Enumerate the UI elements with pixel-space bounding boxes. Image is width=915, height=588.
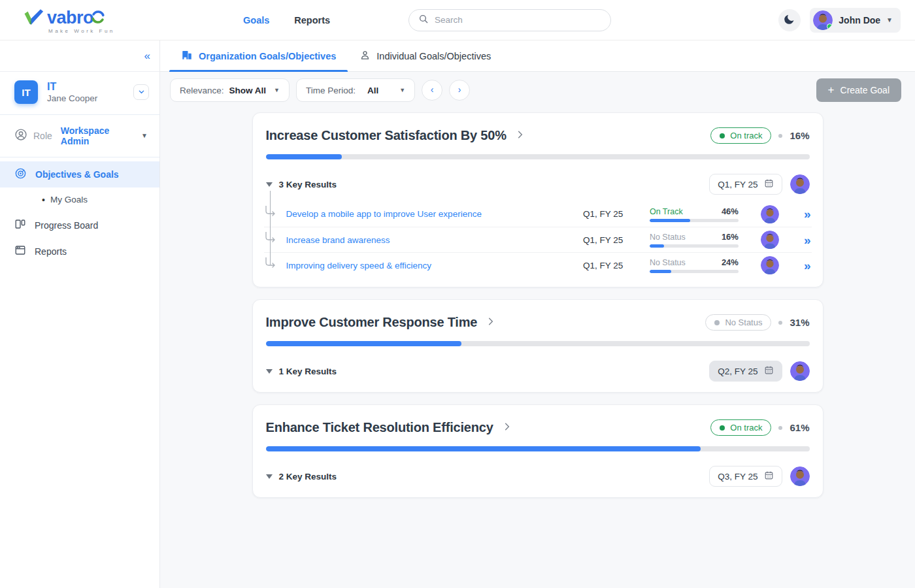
- key-result-progress-fill: [650, 270, 671, 273]
- caret-down-icon: [266, 474, 273, 479]
- role-label: Role: [33, 131, 52, 141]
- individual-icon: [359, 50, 371, 63]
- caret-down-icon: [266, 369, 273, 374]
- sidebar: « IT IT Jane Cooper Role Workspace Admin: [0, 41, 160, 588]
- key-result-link[interactable]: Increase brand awareness: [286, 235, 583, 245]
- key-result-status-block: No Status 16%: [650, 232, 739, 248]
- workspace-switcher[interactable]: IT IT Jane Cooper: [0, 72, 159, 113]
- chevron-right-icon[interactable]: [486, 317, 495, 329]
- tab-label: Organization Goals/Objectives: [199, 51, 336, 61]
- organization-icon: [181, 49, 193, 63]
- goal-percent: 61%: [790, 422, 809, 433]
- sidebar-nav: Objectives & Goals • My Goals Progress B…: [0, 161, 159, 265]
- key-result-status-block: No Status 24%: [650, 257, 739, 273]
- key-results-toggle[interactable]: 3 Key Results: [266, 180, 337, 189]
- target-icon: [14, 167, 27, 182]
- key-result-progress-fill: [650, 219, 691, 222]
- sidebar-collapse-row: «: [0, 41, 159, 72]
- goal-percent: 31%: [790, 317, 809, 328]
- period-label: Q1, FY 25: [718, 180, 757, 189]
- workspace-badge: IT: [14, 80, 38, 104]
- search-icon: [418, 14, 429, 27]
- nav-goals[interactable]: Goals: [243, 15, 269, 25]
- role-selector[interactable]: Role Workspace Admin ▼: [0, 116, 159, 155]
- chevron-right-icon[interactable]: [503, 422, 512, 434]
- key-result-progress-bar: [650, 244, 739, 248]
- search-input[interactable]: [435, 15, 601, 25]
- create-goal-button[interactable]: + Create Goal: [816, 78, 901, 102]
- sidebar-item-my-goals[interactable]: • My Goals: [0, 188, 159, 212]
- relevance-filter[interactable]: Relevance: Show All ▼: [170, 78, 290, 102]
- goal-percent: 16%: [790, 130, 809, 141]
- period-label: Q3, FY 25: [718, 472, 757, 482]
- goal-cards-list: Increase Customer Satisfaction By 50% On…: [160, 108, 915, 588]
- calendar-icon: [764, 365, 774, 377]
- nav-reports[interactable]: Reports: [294, 15, 330, 25]
- goal-card: Increase Customer Satisfaction By 50% On…: [252, 112, 824, 287]
- double-chevron-icon[interactable]: »: [804, 208, 810, 220]
- goal-title[interactable]: Improve Customer Response Time: [266, 315, 478, 330]
- key-results-toggle[interactable]: 2 Key Results: [266, 472, 337, 482]
- logo-tagline: Make Work Fun: [48, 28, 120, 34]
- key-result-link[interactable]: Develop a mobile app to improve User exp…: [286, 209, 583, 219]
- role-value: Workspace Admin: [61, 125, 135, 146]
- caret-down-icon: [266, 182, 273, 187]
- separator-dot-icon: [778, 134, 782, 138]
- tab-individual-goals[interactable]: Individual Goals/Objectives: [348, 41, 503, 71]
- chevron-down-icon: [138, 88, 145, 97]
- user-avatar: [813, 10, 833, 30]
- sidebar-item-label: Objectives & Goals: [35, 169, 119, 180]
- next-page-button[interactable]: ›: [449, 80, 470, 101]
- vabro-logo[interactable]: vabro Make Work Fun: [22, 7, 120, 34]
- key-result-owner-avatar[interactable]: [761, 205, 779, 223]
- workspace-owner: Jane Cooper: [47, 93, 124, 105]
- workspace-expand-button[interactable]: [133, 84, 149, 100]
- divider: [0, 114, 159, 115]
- sidebar-item-reports[interactable]: Reports: [0, 238, 159, 265]
- global-search[interactable]: [408, 9, 611, 31]
- double-chevron-icon[interactable]: »: [804, 234, 810, 246]
- time-period-filter[interactable]: Time Period: All ▼: [296, 78, 415, 102]
- key-results-count: 1 Key Results: [279, 367, 337, 376]
- sidebar-item-label: Progress Board: [35, 220, 98, 231]
- time-period-value: All: [367, 86, 378, 95]
- period-chip[interactable]: Q2, FY 25: [709, 361, 782, 382]
- key-result-status: On Track: [650, 207, 683, 216]
- goal-title[interactable]: Increase Customer Satisfaction By 50%: [266, 128, 507, 143]
- user-menu[interactable]: John Doe ▼: [810, 8, 901, 33]
- goal-progress-bar: [266, 446, 810, 451]
- key-result-owner-avatar[interactable]: [761, 231, 779, 249]
- separator-dot-icon: [778, 321, 782, 325]
- user-menu-caret-icon: ▼: [886, 16, 893, 24]
- caret-down-icon: ▼: [399, 87, 405, 93]
- key-result-owner-avatar[interactable]: [761, 256, 779, 274]
- goal-card: Enhance Ticket Resolution Efficiency On …: [252, 404, 824, 498]
- key-results-toggle[interactable]: 1 Key Results: [266, 367, 337, 376]
- key-result-link[interactable]: Improving delivery speed & efficiency: [286, 261, 583, 270]
- sidebar-item-label: My Goals: [50, 195, 88, 204]
- elbow-connector-icon: [265, 206, 277, 220]
- goal-owner-avatar[interactable]: [790, 174, 810, 194]
- period-chip[interactable]: Q3, FY 25: [709, 466, 782, 487]
- goal-status-badge: No Status: [705, 314, 771, 331]
- sidebar-collapse-button[interactable]: «: [144, 50, 150, 61]
- key-result-row: Improving delivery speed & efficiency Q1…: [264, 252, 812, 278]
- chevron-right-icon[interactable]: [516, 130, 525, 142]
- goal-owner-avatar[interactable]: [790, 361, 810, 381]
- relevance-label: Relevance:: [180, 86, 224, 95]
- top-navigation: Goals Reports: [243, 15, 330, 25]
- tab-organization-goals[interactable]: Organization Goals/Objectives: [169, 41, 348, 71]
- report-icon: [14, 244, 26, 258]
- previous-page-button[interactable]: ‹: [422, 80, 442, 101]
- goal-owner-avatar[interactable]: [790, 466, 810, 486]
- sidebar-item-progress-board[interactable]: Progress Board: [0, 212, 159, 238]
- dark-mode-toggle[interactable]: [778, 9, 801, 31]
- time-period-label: Time Period:: [306, 86, 356, 95]
- period-chip[interactable]: Q1, FY 25: [709, 174, 782, 195]
- filter-bar: Relevance: Show All ▼ Time Period: All ▼…: [160, 72, 915, 108]
- sidebar-item-objectives-goals[interactable]: Objectives & Goals: [0, 161, 159, 188]
- key-result-row: Develop a mobile app to improve User exp…: [264, 201, 812, 227]
- key-results-count: 2 Key Results: [279, 472, 337, 482]
- goal-title[interactable]: Enhance Ticket Resolution Efficiency: [266, 420, 493, 435]
- double-chevron-icon[interactable]: »: [804, 259, 810, 272]
